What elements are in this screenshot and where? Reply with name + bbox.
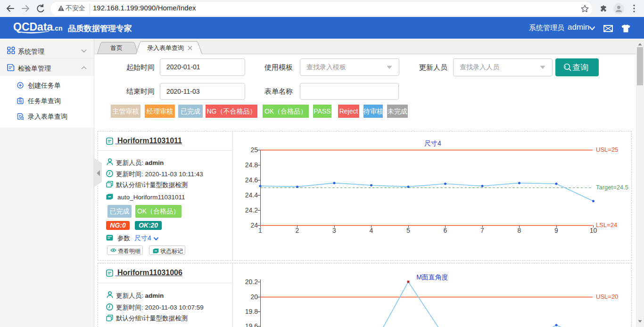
svg-text:录入表单查询: 录入表单查询 bbox=[147, 44, 184, 51]
svg-text:6: 6 bbox=[444, 227, 447, 234]
svg-text:24.2: 24.2 bbox=[245, 206, 258, 214]
svg-text:首页: 首页 bbox=[110, 44, 123, 51]
svg-text:尺寸4: 尺寸4 bbox=[424, 139, 441, 147]
svg-text:24: 24 bbox=[250, 221, 258, 229]
svg-text:M面直角度: M面直角度 bbox=[416, 273, 448, 281]
svg-text:LSL=24: LSL=24 bbox=[596, 221, 617, 229]
svg-text:1: 1 bbox=[258, 227, 262, 234]
svg-text:7: 7 bbox=[480, 227, 484, 234]
svg-text:USL=25: USL=25 bbox=[596, 146, 618, 153]
svg-text:4: 4 bbox=[370, 227, 373, 234]
svg-text:19.6: 19.6 bbox=[245, 322, 258, 327]
svg-text:19.8: 19.8 bbox=[245, 308, 258, 315]
svg-text:9: 9 bbox=[554, 227, 558, 234]
svg-text:5: 5 bbox=[406, 227, 410, 234]
svg-text:24.4: 24.4 bbox=[245, 191, 258, 199]
svg-text:2: 2 bbox=[296, 227, 299, 234]
svg-text:20: 20 bbox=[250, 293, 258, 301]
svg-text:24.6: 24.6 bbox=[245, 176, 258, 184]
svg-text:20.2: 20.2 bbox=[245, 278, 258, 286]
svg-text:8: 8 bbox=[518, 227, 521, 234]
svg-text:25: 25 bbox=[250, 146, 258, 154]
svg-text:USL=20: USL=20 bbox=[596, 293, 618, 300]
svg-text:Target=24.5: Target=24.5 bbox=[596, 184, 628, 191]
svg-text:3: 3 bbox=[332, 227, 336, 234]
svg-text:24.8: 24.8 bbox=[245, 161, 258, 169]
